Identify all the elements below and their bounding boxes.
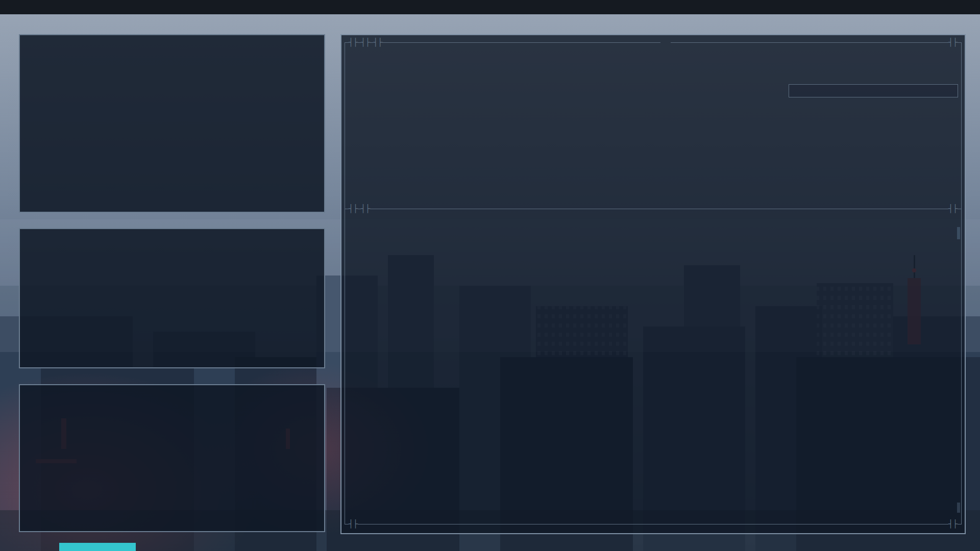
filter-button[interactable]	[361, 204, 370, 213]
menu-button[interactable]	[361, 38, 370, 47]
tab-cpu[interactable]	[349, 38, 358, 47]
process-list	[346, 226, 957, 515]
terminal-window-matrix[interactable]	[19, 34, 325, 213]
terminal-window-neofetch[interactable]	[19, 228, 325, 368]
mode-indicator	[373, 38, 382, 47]
scrollbar-thumb[interactable]	[957, 227, 960, 239]
scrollbar-bottom-block[interactable]	[957, 503, 960, 513]
cpu-section-header	[345, 37, 962, 47]
load-average	[794, 91, 952, 93]
system-monitor-window[interactable]	[340, 34, 966, 534]
cpu-graph	[518, 95, 783, 169]
tab-proc[interactable]	[349, 204, 358, 213]
proc-section-header	[345, 204, 962, 214]
proc-footer	[345, 519, 962, 529]
status-items	[975, 0, 980, 14]
proc-footer-group	[349, 519, 358, 529]
process-table-header	[346, 215, 957, 226]
status-bar	[0, 0, 980, 14]
matrix-output	[20, 35, 324, 47]
selection-count	[948, 519, 958, 529]
proc-toggles	[948, 204, 958, 213]
terminal-window-cowsay[interactable]	[19, 384, 325, 532]
cpu-sensor-panel	[789, 84, 958, 97]
refresh-interval-control[interactable]	[948, 38, 958, 47]
